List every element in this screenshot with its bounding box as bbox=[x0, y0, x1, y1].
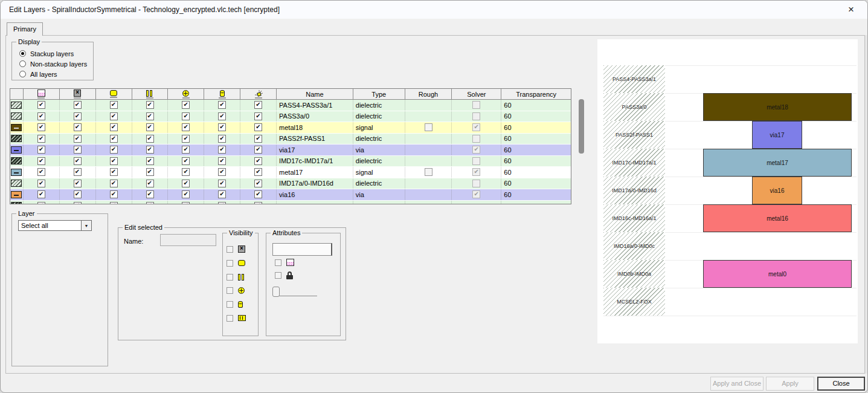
layer-swatch[interactable] bbox=[11, 124, 22, 131]
layer-swatch[interactable] bbox=[11, 112, 22, 120]
visibility-checkbox[interactable] bbox=[110, 190, 118, 198]
visibility-checkbox[interactable] bbox=[182, 168, 190, 176]
table-row[interactable]: metal17 signal 60 bbox=[10, 167, 571, 178]
visibility-checkbox[interactable] bbox=[218, 180, 226, 187]
visibility-checkbox[interactable] bbox=[110, 146, 118, 154]
color-button[interactable] bbox=[272, 243, 332, 256]
table-row[interactable]: PASS2f-PASS1 dielectric 60 bbox=[10, 134, 571, 145]
solver-checkbox[interactable] bbox=[472, 101, 480, 109]
table-row[interactable]: via17 via 60 bbox=[10, 145, 571, 156]
visibility-checkbox[interactable] bbox=[218, 101, 226, 109]
visibility-checkbox[interactable] bbox=[146, 135, 154, 143]
visibility-checkbox[interactable] bbox=[146, 157, 154, 165]
visibility-checkbox[interactable] bbox=[37, 157, 45, 165]
visibility-checkbox[interactable] bbox=[110, 123, 118, 131]
radio-icon[interactable] bbox=[19, 50, 26, 57]
visibility-checkbox[interactable] bbox=[218, 168, 226, 176]
layer-swatch[interactable] bbox=[11, 202, 22, 204]
visibility-checkbox[interactable] bbox=[37, 112, 45, 120]
visibility-checkbox[interactable] bbox=[37, 190, 45, 198]
visibility-checkbox[interactable] bbox=[74, 112, 82, 120]
visibility-checkbox[interactable] bbox=[182, 180, 190, 187]
radio-icon[interactable] bbox=[19, 60, 26, 67]
table-row[interactable]: IMD17a/0-IMD16d dielectric 60 bbox=[10, 178, 571, 190]
table-row[interactable]: metal18 signal 60 bbox=[10, 122, 571, 134]
visibility-checkbox[interactable] bbox=[110, 135, 118, 143]
radio-all-layers[interactable]: All layers bbox=[19, 70, 57, 78]
visibility-checkbox[interactable] bbox=[37, 202, 45, 204]
visibility-checkbox[interactable] bbox=[74, 168, 82, 176]
visibility-checkbox[interactable] bbox=[37, 168, 45, 176]
layer-swatch[interactable] bbox=[11, 191, 22, 198]
visibility-checkbox[interactable] bbox=[146, 101, 154, 109]
visibility-checkbox[interactable] bbox=[74, 135, 82, 143]
layer-swatch[interactable] bbox=[11, 169, 22, 176]
radio-non-stackup-layers[interactable]: Non-stackup layers bbox=[19, 60, 87, 68]
visibility-checkbox[interactable] bbox=[182, 123, 190, 131]
solver-checkbox[interactable] bbox=[472, 180, 480, 187]
visibility-checkbox[interactable] bbox=[182, 202, 190, 204]
layer-select-dropdown[interactable]: Select all ▼ bbox=[18, 220, 92, 231]
name-field[interactable] bbox=[160, 234, 216, 246]
pattern-checkbox[interactable] bbox=[275, 259, 281, 266]
visibility-checkbox[interactable] bbox=[218, 202, 226, 204]
visibility-checkbox[interactable] bbox=[182, 190, 190, 198]
visibility-checkbox[interactable] bbox=[182, 101, 190, 109]
visibility-checkbox[interactable] bbox=[182, 112, 190, 120]
solver-checkbox[interactable] bbox=[472, 112, 480, 120]
visibility-checkbox[interactable] bbox=[182, 135, 190, 143]
layer-swatch[interactable] bbox=[11, 102, 22, 109]
transparency-slider-track[interactable] bbox=[274, 296, 317, 296]
solver-checkbox[interactable] bbox=[472, 123, 480, 131]
visibility-checkbox[interactable] bbox=[254, 135, 262, 143]
visibility-checkbox[interactable] bbox=[218, 157, 226, 165]
visibility-checkbox[interactable] bbox=[37, 123, 45, 131]
layer-swatch[interactable] bbox=[11, 146, 22, 154]
visibility-checkbox[interactable] bbox=[182, 146, 190, 154]
visibility-checkbox[interactable] bbox=[110, 101, 118, 109]
visibility-checkbox[interactable] bbox=[146, 146, 154, 154]
visibility-checkbox[interactable] bbox=[254, 180, 262, 187]
transparency-slider-thumb[interactable] bbox=[272, 287, 280, 297]
close-button[interactable]: Close bbox=[817, 377, 865, 391]
visibility-pin-checkbox[interactable] bbox=[227, 274, 233, 281]
visibility-checkbox[interactable] bbox=[74, 101, 82, 109]
table-scrollbar[interactable] bbox=[579, 99, 584, 204]
visibility-via-checkbox[interactable] bbox=[227, 287, 233, 294]
visibility-shape-checkbox[interactable] bbox=[227, 260, 233, 267]
tab-primary[interactable]: Primary bbox=[7, 22, 43, 36]
visibility-checkbox[interactable] bbox=[37, 146, 45, 154]
visibility-checkbox[interactable] bbox=[254, 157, 262, 165]
visibility-checkbox[interactable] bbox=[74, 202, 82, 204]
table-row[interactable]: IMD17c-IMD17a/1 dielectric 60 bbox=[10, 156, 571, 167]
table-scrollbar-thumb[interactable] bbox=[579, 99, 584, 154]
visibility-checkbox[interactable] bbox=[182, 157, 190, 165]
table-row[interactable]: PASS3a/0 dielectric 60 bbox=[10, 111, 571, 123]
visibility-checkbox[interactable] bbox=[218, 190, 226, 198]
visibility-checkbox[interactable] bbox=[110, 168, 118, 176]
radio-icon[interactable] bbox=[19, 71, 26, 77]
visibility-checkbox[interactable] bbox=[254, 202, 262, 204]
solver-checkbox[interactable] bbox=[472, 190, 480, 198]
visibility-checkbox[interactable] bbox=[218, 135, 226, 143]
visibility-checkbox[interactable] bbox=[254, 112, 262, 120]
visibility-checkbox[interactable] bbox=[254, 123, 262, 131]
layer-swatch[interactable] bbox=[11, 180, 22, 187]
visibility-checkbox[interactable] bbox=[146, 180, 154, 187]
visibility-checkbox[interactable] bbox=[146, 168, 154, 176]
apply-button[interactable]: Apply bbox=[766, 377, 814, 391]
table-row-partial[interactable] bbox=[10, 201, 571, 205]
visibility-outline-checkbox[interactable] bbox=[227, 246, 233, 253]
visibility-checkbox[interactable] bbox=[218, 146, 226, 154]
visibility-checkbox[interactable] bbox=[74, 146, 82, 154]
visibility-checkbox[interactable] bbox=[37, 101, 45, 109]
chevron-down-icon[interactable]: ▼ bbox=[81, 221, 91, 230]
visibility-via3d-checkbox[interactable] bbox=[227, 301, 233, 308]
visibility-checkbox[interactable] bbox=[37, 135, 45, 143]
visibility-checkbox[interactable] bbox=[74, 190, 82, 198]
visibility-checkbox[interactable] bbox=[110, 202, 118, 204]
visibility-checkbox[interactable] bbox=[74, 180, 82, 187]
solver-checkbox[interactable] bbox=[472, 157, 480, 165]
radio-stackup-layers[interactable]: Stackup layers bbox=[19, 50, 74, 57]
apply-and-close-button[interactable]: Apply and Close bbox=[710, 377, 764, 391]
